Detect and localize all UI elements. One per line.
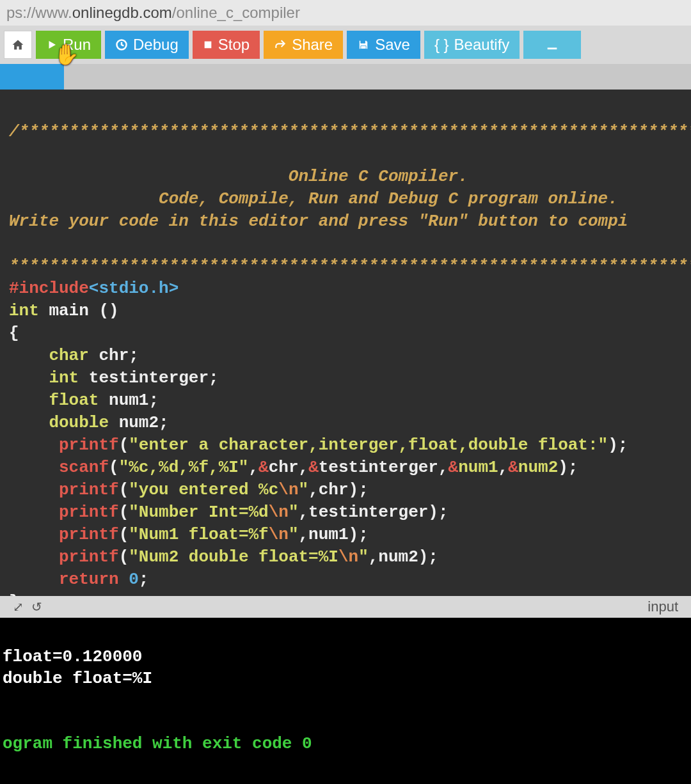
comment-line: /***************************************…: [9, 122, 691, 141]
home-icon: [12, 38, 24, 51]
brace: }: [9, 592, 19, 596]
str: "Number Int=%d: [129, 503, 268, 522]
svg-rect-1: [204, 42, 211, 49]
esc: \n: [278, 480, 298, 499]
str: ": [289, 525, 299, 544]
resize-handle-icon[interactable]: ⤢: [13, 599, 24, 615]
fn: printf: [9, 480, 119, 499]
comma: ,: [498, 458, 509, 477]
output-console[interactable]: float=0.120000 double float=%I ogram fin…: [0, 618, 691, 784]
kw: double: [9, 413, 109, 432]
str: ": [299, 480, 309, 499]
stop-button[interactable]: Stop: [193, 31, 260, 59]
comment-line: Write your code in this editor and press…: [9, 212, 628, 231]
fn: printf: [9, 547, 119, 567]
console-line: float=0.120000: [3, 647, 142, 666]
amp: &: [508, 458, 518, 477]
fn: scanf: [9, 458, 109, 477]
decl: chr;: [89, 346, 139, 365]
fn: printf: [9, 503, 119, 522]
kw: int: [9, 301, 39, 320]
var: chr,: [269, 458, 308, 477]
semi: ;: [139, 570, 149, 589]
str: "Num2 double float=%I: [129, 547, 338, 567]
kw: float: [9, 391, 99, 410]
preproc: #include: [9, 279, 89, 298]
comma: ,: [248, 458, 258, 477]
share-button[interactable]: Share: [264, 31, 343, 59]
toolbar: Run ✋ Debug Stop Share Save { } Beautify: [0, 26, 691, 64]
console-exit-line: ogram finished with exit code 0: [3, 734, 312, 753]
url-domain: onlinegdb.com: [72, 4, 172, 21]
args: ,chr);: [308, 480, 369, 499]
str: "Num1 float=%f: [129, 525, 268, 544]
decl: num1;: [99, 391, 159, 410]
args: ,num2);: [369, 547, 438, 567]
paren: (: [119, 503, 129, 522]
str: "%c,%d,%f,%I": [119, 458, 249, 477]
paren: (: [119, 435, 129, 455]
save-label: Save: [375, 36, 410, 54]
cursor-pointer-icon: ✋: [54, 42, 79, 67]
var: num2: [518, 458, 558, 477]
main-decl: main (): [39, 301, 119, 320]
download-button[interactable]: [523, 31, 581, 59]
include-header: <stdio.h>: [89, 279, 179, 298]
save-button[interactable]: Save: [347, 31, 420, 59]
kw: char: [9, 346, 89, 365]
splitter-bar[interactable]: ⤢ ↺ input: [0, 596, 691, 618]
address-bar[interactable]: ps://www.onlinegdb.com/online_c_compiler: [0, 0, 691, 26]
comment-line: Online C Compiler.: [9, 167, 468, 186]
paren: );: [608, 435, 628, 455]
run-button[interactable]: Run ✋: [36, 31, 101, 59]
var: num1: [458, 458, 498, 477]
amp: &: [308, 458, 319, 477]
editor-tab-bar: [0, 64, 691, 90]
input-tab-label[interactable]: input: [647, 599, 678, 615]
esc: \n: [269, 503, 289, 522]
clock-icon: [115, 38, 128, 51]
beautify-button[interactable]: { } Beautify: [424, 31, 520, 59]
home-button[interactable]: [4, 31, 32, 59]
braces-icon: { }: [434, 36, 449, 54]
paren: (: [119, 480, 129, 499]
comment-line: Code, Compile, Run and Debug C program o…: [9, 189, 618, 208]
str: ": [358, 547, 369, 567]
decl: num2;: [109, 413, 169, 432]
num: 0: [129, 570, 139, 589]
comment-line: ****************************************…: [9, 256, 691, 276]
share-icon: [274, 38, 287, 51]
str: "enter a character,interger,float,double…: [129, 435, 608, 455]
amp: &: [258, 458, 269, 477]
esc: \n: [269, 525, 289, 544]
download-icon: [545, 38, 559, 52]
console-line: double float=%I: [3, 669, 152, 688]
stop-label: Stop: [218, 36, 250, 54]
paren: (: [109, 458, 119, 477]
str: ": [289, 503, 299, 522]
debug-label: Debug: [133, 36, 179, 54]
code-editor[interactable]: /***************************************…: [0, 90, 691, 596]
editor-tab[interactable]: [0, 64, 64, 90]
debug-button[interactable]: Debug: [105, 31, 189, 59]
esc: \n: [338, 547, 358, 567]
fn: printf: [9, 435, 119, 455]
paren: (: [119, 525, 129, 544]
var: testinterger,: [319, 458, 449, 477]
str: "you entered %c: [129, 480, 278, 499]
stop-icon: [203, 40, 213, 50]
brace: {: [9, 324, 19, 343]
url-path: /online_c_compiler: [172, 4, 300, 21]
share-label: Share: [292, 36, 333, 54]
url-prefix: ps://www.: [6, 4, 72, 21]
fn: printf: [9, 525, 119, 544]
args: ,num1);: [299, 525, 369, 544]
amp: &: [449, 458, 459, 477]
paren: );: [558, 458, 578, 477]
beautify-label: Beautify: [454, 36, 510, 54]
console-clear-icon[interactable]: ↺: [31, 599, 42, 615]
args: ,testinterger);: [299, 503, 449, 522]
space: [119, 570, 129, 589]
kw: int: [9, 368, 79, 388]
save-icon: [357, 38, 370, 51]
